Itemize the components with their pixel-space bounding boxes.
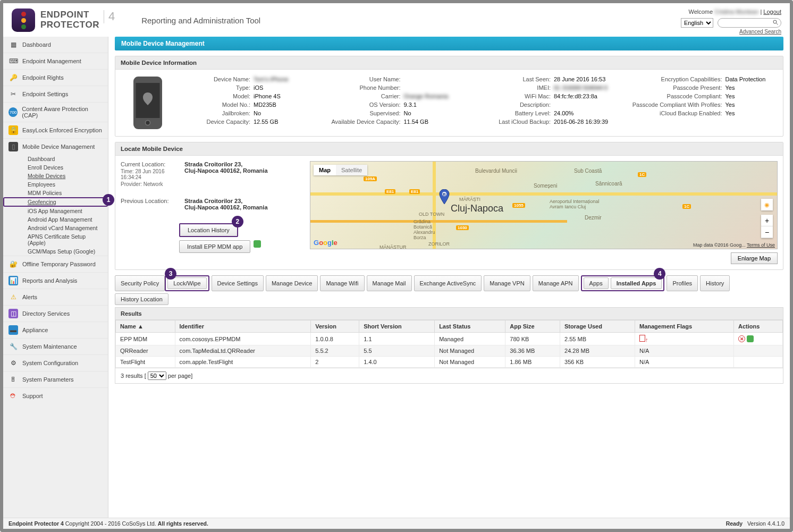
tab-device-settings[interactable]: Device Settings xyxy=(212,275,264,291)
nav-sys-params[interactable]: 🎚System Parameters xyxy=(3,371,108,387)
brand-version: 4 xyxy=(104,10,115,23)
google-logo: Google xyxy=(314,239,338,247)
nav-mdm-geofencing[interactable]: Geofencing1 xyxy=(3,197,108,207)
action-status-icon[interactable] xyxy=(747,335,754,342)
col-name[interactable]: Name ▲ xyxy=(116,320,175,333)
search-input[interactable] xyxy=(718,18,781,28)
tab-manage-wifi[interactable]: Manage Wifi xyxy=(320,275,364,291)
tab-apps[interactable]: Apps xyxy=(584,277,609,289)
val-type: iOS xyxy=(254,85,263,91)
nav-easylock[interactable]: 🔒EasyLock Enforced Encryption xyxy=(3,122,108,138)
sidebar: ▦Dashboard ⌨Endpoint Management 🔑Endpoin… xyxy=(3,37,108,518)
nav-mdm-android-app[interactable]: Android App Management xyxy=(3,215,108,224)
svg-point-0 xyxy=(773,20,777,23)
tab-manage-device[interactable]: Manage Device xyxy=(266,275,318,291)
col-storage-used[interactable]: Storage Used xyxy=(560,320,635,333)
nav-directory[interactable]: ◫Directory Services xyxy=(3,305,108,322)
nav-mdm-gcm[interactable]: GCM/Maps Setup (Google) xyxy=(3,247,108,256)
col-last-status[interactable]: Last Status xyxy=(435,320,505,333)
nav-endpoint-settings[interactable]: ✂Endpoint Settings xyxy=(3,86,108,102)
keyboard-icon: ⌨ xyxy=(9,56,18,66)
tab-exchange[interactable]: Exchange ActiveSync xyxy=(414,275,482,291)
map[interactable]: 109A E81 E81 1055 1030 1C 1C Bulevardul … xyxy=(310,161,778,249)
search-icon[interactable] xyxy=(772,19,779,27)
streetview-peg-icon[interactable]: ◉ xyxy=(761,199,773,210)
tab-security-policy[interactable]: Security Policy xyxy=(115,275,165,291)
logout-link[interactable]: Logout xyxy=(763,9,781,15)
val-carrier: Orange Romania xyxy=(404,93,449,99)
brand-title-1: ENDPOINT xyxy=(40,10,99,20)
nav-mdm-enroll[interactable]: Enroll Devices xyxy=(3,163,108,172)
tab-manage-vpn[interactable]: Manage VPN xyxy=(484,275,530,291)
results-panel: Results Name ▲ Identifier Version Short … xyxy=(115,307,783,384)
app-logo xyxy=(12,9,35,32)
nav-cap[interactable]: 700Content Aware Protection (CAP) xyxy=(3,102,108,122)
val-battery: 24.00% xyxy=(554,110,573,116)
val-icloud-en: Yes xyxy=(725,110,735,116)
advanced-search-link[interactable]: Advanced Search xyxy=(681,29,781,35)
val-pc-profiles: Yes xyxy=(725,102,735,108)
step-badge-1: 1 xyxy=(103,194,114,206)
table-row[interactable]: QRReadercom.TapMediaLtd.QRReader 5.5.25.… xyxy=(116,345,783,357)
nav-appliance[interactable]: ▬Appliance xyxy=(3,322,108,338)
nav-mdm-apns[interactable]: APNS Certificate Setup (Apple) xyxy=(3,232,108,247)
col-version[interactable]: Version xyxy=(311,320,359,333)
map-tab-satellite[interactable]: Satellite xyxy=(336,165,367,175)
col-actions[interactable]: Actions xyxy=(734,320,783,333)
col-identifier[interactable]: Identifier xyxy=(175,320,311,333)
nav-sys-maint[interactable]: 🔧System Maintenance xyxy=(3,338,108,354)
svg-text:B: B xyxy=(443,192,446,197)
col-short-version[interactable]: Short Version xyxy=(359,320,435,333)
nav-mdm-policies[interactable]: MDM Policies xyxy=(3,189,108,197)
tab-history-location[interactable]: History Location xyxy=(115,293,168,305)
action-delete-icon[interactable]: ✕ xyxy=(738,335,745,342)
map-zoom-in-button[interactable]: + xyxy=(761,215,773,226)
results-table: Name ▲ Identifier Version Short Version … xyxy=(115,320,783,368)
nav-mdm-android-vcard[interactable]: Android vCard Management xyxy=(3,224,108,232)
nav-support[interactable]: ⛑Support xyxy=(3,387,108,404)
language-select[interactable]: English xyxy=(681,18,713,28)
tab-manage-apn[interactable]: Manage APN xyxy=(533,275,579,291)
val-supervised: No xyxy=(404,110,411,116)
nav-mdm[interactable]: ▯Mobile Device Management xyxy=(3,138,108,155)
tab-history[interactable]: History xyxy=(700,275,730,291)
device-image xyxy=(119,75,177,131)
device-tabs: Security Policy Lock/Wipe 3 Device Setti… xyxy=(115,275,783,305)
nav-offline-pw[interactable]: 🔐Offline Temporary Password xyxy=(3,256,108,272)
val-capacity: 12.55 GB xyxy=(254,119,278,125)
tab-installed-apps[interactable]: Installed Apps xyxy=(611,277,662,289)
chart-icon: 📊 xyxy=(9,276,18,285)
nav-alerts[interactable]: ⚠Alerts xyxy=(3,289,108,305)
nav-dashboard[interactable]: ▦Dashboard xyxy=(3,37,108,53)
enlarge-map-button[interactable]: Enlarge Map xyxy=(731,252,778,264)
install-epp-mdm-button[interactable]: Install EPP MDM app xyxy=(179,240,250,253)
table-row[interactable]: TestFlightcom.apple.TestFlight 21.4.0 No… xyxy=(116,357,783,368)
location-history-button[interactable]: Location History 2 xyxy=(179,223,238,237)
map-zoom-out-button[interactable]: − xyxy=(761,226,773,238)
nav-mdm-mobile-devices[interactable]: Mobile Devices xyxy=(3,172,108,180)
tab-manage-mail[interactable]: Manage Mail xyxy=(367,275,412,291)
flag-doc-icon xyxy=(639,335,645,342)
previous-location: Strada Croitorilor 23,Cluj-Napoca 400162… xyxy=(184,198,268,210)
step-badge-2: 2 xyxy=(232,216,243,227)
results-pager: 3 results [ 50 per page] xyxy=(115,368,783,383)
col-app-size[interactable]: App Size xyxy=(505,320,560,333)
nav-mdm-dashboard[interactable]: Dashboard xyxy=(3,155,108,163)
step-badge-3: 3 xyxy=(165,268,176,280)
val-device-name: Tom's iPhone xyxy=(254,76,289,82)
nav-endpoint-mgmt[interactable]: ⌨Endpoint Management xyxy=(3,53,108,69)
nav-sys-config[interactable]: ⚙System Configuration xyxy=(3,354,108,371)
table-row[interactable]: EPP MDMcom.cososys.EPPMDM 1.0.0.81.1 Man… xyxy=(116,333,783,345)
col-mgmt-flags[interactable]: Management Flags xyxy=(635,320,733,333)
nav-endpoint-rights[interactable]: 🔑Endpoint Rights xyxy=(3,69,108,86)
nav-reports[interactable]: 📊Reports and Analysis xyxy=(3,272,108,289)
nav-mdm-employees[interactable]: Employees xyxy=(3,180,108,189)
tab-lock-wipe[interactable]: Lock/Wipe xyxy=(167,277,206,289)
page-size-select[interactable]: 50 xyxy=(148,371,166,380)
map-terms-link[interactable]: Terms of Use xyxy=(747,242,775,248)
tab-profiles[interactable]: Profiles xyxy=(667,275,698,291)
sliders-icon: 🎚 xyxy=(9,375,18,384)
alert-icon: ⚠ xyxy=(9,292,18,302)
nav-mdm-ios-app[interactable]: iOS App Management xyxy=(3,207,108,215)
map-tab-map[interactable]: Map xyxy=(314,165,336,175)
